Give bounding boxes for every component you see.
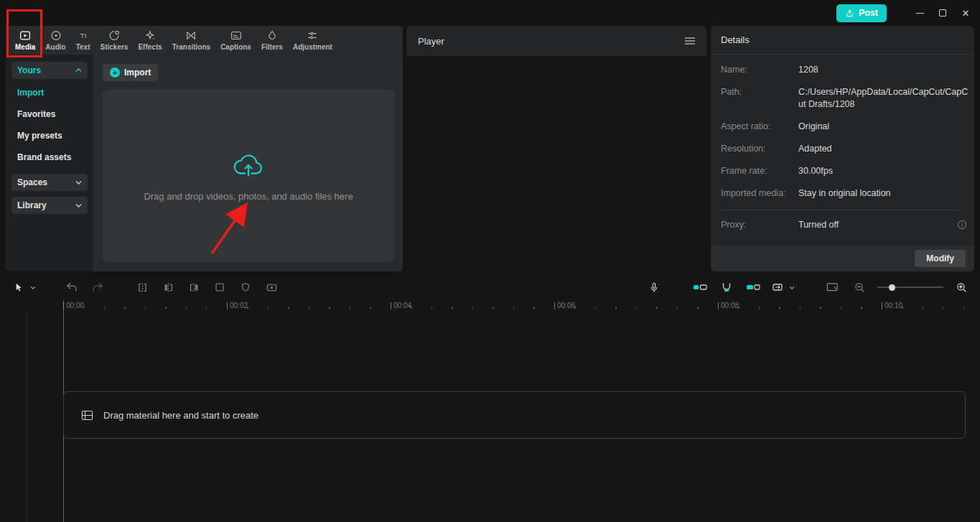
tab-captions[interactable]: Captions (215, 26, 256, 55)
split-button[interactable] (134, 279, 151, 296)
minimize-button[interactable] (908, 2, 931, 24)
player-header: Player (406, 26, 706, 56)
text-icon: TI (77, 29, 90, 42)
timeline-zoom-slider[interactable] (877, 282, 943, 292)
tab-effects[interactable]: Effects (133, 26, 167, 55)
svg-text:TI: TI (80, 32, 86, 39)
detail-row-aspect-ratio: Aspect ratio: Original (721, 121, 964, 133)
undo-button[interactable] (63, 279, 80, 296)
tab-label: Audio (45, 43, 65, 51)
sidebar-dropdown-library[interactable]: Library (11, 197, 88, 214)
close-button[interactable]: ✕ (954, 2, 977, 24)
adjustment-icon (306, 29, 319, 42)
import-button[interactable]: + Import (103, 64, 158, 81)
media-clip-icon (81, 410, 93, 421)
detail-value: Turned off (798, 219, 839, 231)
tab-media[interactable]: Media (10, 26, 40, 55)
delete-right-button[interactable] (185, 279, 202, 296)
tab-label: Text (76, 43, 90, 51)
detail-value: 30.00fps (798, 165, 833, 177)
detail-row-frame-rate: Frame rate: 30.00fps (721, 165, 964, 177)
tab-adjustment[interactable]: Adjustment (288, 26, 337, 55)
capcut-window: Post ✕ Media (0, 0, 980, 522)
detail-row-path: Path: C:/Users/HP/AppData/Local/CapCut/C… (721, 86, 964, 111)
select-tool-button[interactable] (10, 279, 27, 296)
timeline-tools-right (645, 276, 970, 299)
upload-share-icon (845, 9, 854, 18)
ruler-label: 00:04 (391, 302, 411, 309)
zoom-out-button[interactable] (851, 279, 868, 296)
effects-icon (144, 29, 157, 42)
timeline-dropzone-text: Drag material here and start to create (103, 410, 258, 421)
sidebar-item-brand-assets[interactable]: Brand assets (11, 146, 88, 168)
detail-row-resolution: Resolution: Adapted (721, 143, 964, 155)
ruler-labels: 00:00 00:02 00:04 00:06 00:08 00:10 (63, 302, 980, 311)
import-label: Import (124, 67, 151, 78)
tab-filters[interactable]: Filters (256, 26, 288, 55)
plus-icon: + (110, 67, 120, 78)
minimize-icon (916, 13, 924, 14)
player-menu-button[interactable] (685, 36, 695, 46)
audio-icon (50, 29, 62, 42)
yours-label: Yours (17, 65, 41, 75)
ruler-label: 00:10 (882, 302, 902, 309)
caption-erase-button[interactable] (263, 279, 280, 296)
voiceover-mic-button[interactable] (645, 279, 663, 296)
post-button[interactable]: Post (836, 4, 887, 22)
detail-label: Aspect ratio: (721, 121, 798, 133)
chevron-down-icon (75, 203, 82, 208)
track-options-dropdown[interactable] (771, 279, 795, 296)
auto-snap-toggle[interactable] (718, 279, 735, 296)
modify-button[interactable]: Modify (915, 250, 966, 267)
player-title: Player (418, 36, 444, 47)
tab-text[interactable]: TI Text (71, 26, 95, 55)
detail-label: Resolution: (721, 143, 798, 155)
chevron-up-icon (75, 68, 82, 73)
slider-track (877, 286, 943, 288)
sidebar-item-my-presets[interactable]: My presets (11, 125, 88, 146)
main-track-magnet-toggle[interactable] (691, 279, 709, 296)
sidebar-item-yours[interactable]: Yours (11, 62, 88, 79)
post-label: Post (859, 8, 878, 18)
media-sidebar: Yours Import Favorites My presets Brand … (6, 55, 93, 271)
media-panel: Media Audio TI Text (6, 26, 403, 271)
redo-button[interactable] (89, 279, 106, 296)
detail-label: Imported media: (721, 187, 798, 200)
timeline-section: 00:00 00:02 00:04 00:06 00:08 00:10 Drag… (0, 276, 980, 522)
sidebar-dropdown-spaces[interactable]: Spaces (11, 174, 88, 191)
detail-value: Stay in original location (798, 187, 891, 200)
info-icon[interactable] (957, 220, 967, 230)
media-import-dropzone[interactable]: Drag and drop videos, photos, and audio … (103, 90, 394, 262)
chevron-down-icon (75, 180, 82, 185)
timeline-dropzone[interactable]: Drag material here and start to create (63, 391, 966, 439)
maximize-button[interactable] (931, 2, 954, 24)
delete-button[interactable] (211, 279, 228, 296)
preview-axis-button[interactable] (824, 279, 841, 296)
detail-label: Frame rate: (721, 165, 798, 177)
select-tool-chevron-icon[interactable] (30, 286, 36, 289)
linking-toggle[interactable] (745, 279, 762, 296)
ruler-label: 00:08 (718, 302, 739, 309)
track-header-divider (27, 312, 27, 522)
details-header: Details (711, 26, 974, 55)
tab-label: Captions (220, 43, 251, 51)
delete-left-button[interactable] (159, 279, 177, 296)
tab-stickers[interactable]: Stickers (95, 26, 134, 55)
sidebar-item-import[interactable]: Import (11, 82, 88, 103)
timeline-ruler[interactable]: 00:00 00:02 00:04 00:06 00:08 00:10 (0, 300, 980, 312)
tab-audio[interactable]: Audio (40, 26, 70, 55)
detail-row-imported-media: Imported media: Stay in original locatio… (721, 187, 964, 200)
titlebar: Post ✕ (0, 0, 980, 26)
sidebar-item-favorites[interactable]: Favorites (11, 103, 88, 125)
tab-label: Adjustment (293, 43, 332, 51)
tab-label: Effects (138, 43, 162, 51)
details-panel: Details Name: 1208 Path: C:/Users/HP/App… (711, 26, 974, 271)
tab-transitions[interactable]: Transitions (167, 26, 215, 55)
filters-icon (266, 29, 279, 42)
media-content: + Import Drag and drop videos, photos, a… (93, 55, 403, 271)
mask-button[interactable] (237, 279, 254, 296)
timeline-tools-left (10, 276, 280, 299)
player-viewport[interactable] (406, 56, 706, 271)
zoom-in-button[interactable] (953, 279, 970, 296)
slider-knob[interactable] (889, 284, 895, 291)
